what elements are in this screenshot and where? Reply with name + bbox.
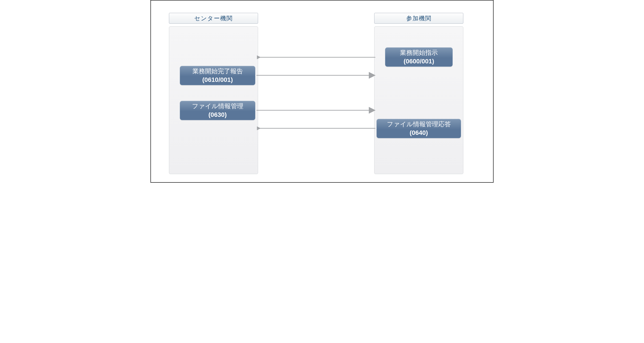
node-start-instruction-title: 業務開始指示 [400, 49, 438, 57]
node-start-instruction-code: (0600/001) [404, 57, 434, 66]
node-start-complete-report: 業務開始完了報告 (0610/001) [180, 66, 255, 85]
node-file-info-mgmt-response-title: ファイル情報管理応答 [387, 120, 451, 128]
arrow-start-instruction [257, 54, 376, 61]
diagram-canvas: センター機関 参加機関 業務開始指示 (0600/001) 業務開始完了報告 (… [150, 0, 494, 183]
lane-body-left [169, 26, 258, 174]
node-start-instruction: 業務開始指示 (0600/001) [385, 47, 453, 67]
lane-header-right-label: 参加機関 [406, 14, 432, 22]
node-start-complete-report-code: (0610/001) [202, 76, 233, 84]
node-file-info-mgmt-code: (0630) [208, 111, 227, 119]
arrow-start-complete-report [255, 72, 377, 79]
node-file-info-mgmt-response-code: (0640) [410, 129, 428, 137]
node-file-info-mgmt-title: ファイル情報管理 [192, 102, 244, 110]
lane-header-right: 参加機関 [374, 13, 463, 24]
node-file-info-mgmt-response: ファイル情報管理応答 (0640) [376, 119, 461, 138]
node-start-complete-report-title: 業務開始完了報告 [192, 67, 243, 75]
node-file-info-mgmt: ファイル情報管理 (0630) [180, 101, 255, 120]
lane-header-left-label: センター機関 [194, 14, 233, 22]
lane-header-left: センター機関 [169, 13, 258, 24]
arrow-file-info-mgmt-response [257, 125, 376, 132]
arrow-file-info-mgmt [255, 107, 377, 114]
